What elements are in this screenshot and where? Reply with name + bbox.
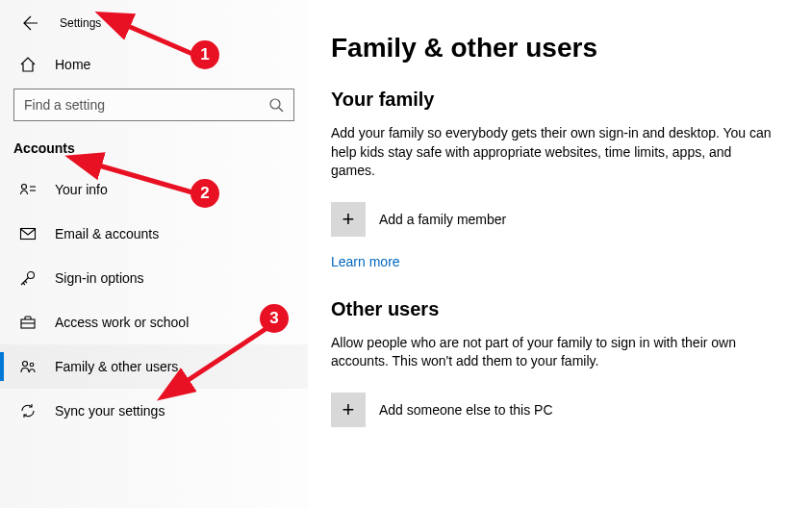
sidebar-item-your-info[interactable]: Your info bbox=[0, 167, 308, 212]
add-other-label: Add someone else to this PC bbox=[379, 402, 553, 418]
add-family-label: Add a family member bbox=[379, 212, 506, 227]
title-bar: Settings bbox=[0, 10, 308, 44]
svg-point-9 bbox=[23, 362, 28, 367]
mail-icon bbox=[19, 225, 37, 242]
back-arrow-icon[interactable] bbox=[23, 15, 38, 31]
people-icon bbox=[19, 358, 37, 375]
sidebar-item-home[interactable]: Home bbox=[0, 44, 308, 85]
sidebar-item-family-other-users[interactable]: Family & other users bbox=[0, 344, 308, 389]
main-content: Family & other users Your family Add you… bbox=[308, 0, 812, 508]
add-other-user-button[interactable]: + Add someone else to this PC bbox=[331, 393, 553, 427]
your-family-heading: Your family bbox=[331, 89, 793, 111]
search-container bbox=[0, 85, 308, 137]
key-icon bbox=[19, 269, 37, 287]
plus-icon: + bbox=[331, 393, 366, 427]
section-title: Accounts bbox=[0, 137, 308, 167]
sidebar-item-sign-in-options[interactable]: Sign-in options bbox=[0, 256, 308, 300]
search-box[interactable] bbox=[13, 89, 294, 121]
sidebar-item-sync-settings[interactable]: Sync your settings bbox=[0, 389, 308, 433]
nav-label: Email & accounts bbox=[55, 226, 159, 241]
nav-label: Sync your settings bbox=[55, 403, 165, 419]
page-title: Family & other users bbox=[331, 33, 793, 64]
search-icon bbox=[268, 97, 284, 113]
sidebar-item-work-school[interactable]: Access work or school bbox=[0, 300, 308, 344]
briefcase-icon bbox=[19, 314, 37, 331]
svg-point-2 bbox=[22, 185, 27, 190]
svg-point-0 bbox=[270, 99, 280, 109]
svg-line-1 bbox=[279, 108, 283, 112]
app-title: Settings bbox=[60, 16, 101, 30]
other-users-heading: Other users bbox=[331, 298, 793, 320]
nav-label: Sign-in options bbox=[55, 270, 144, 286]
svg-point-6 bbox=[28, 272, 35, 279]
your-family-description: Add your family so everybody gets their … bbox=[331, 124, 774, 181]
add-family-member-button[interactable]: + Add a family member bbox=[331, 202, 506, 237]
sidebar: Settings Home Accounts bbox=[0, 0, 308, 508]
sync-icon bbox=[19, 402, 37, 419]
home-icon bbox=[19, 56, 37, 73]
other-users-description: Allow people who are not part of your fa… bbox=[331, 334, 774, 371]
home-label: Home bbox=[55, 57, 90, 72]
plus-icon: + bbox=[331, 202, 366, 237]
svg-point-10 bbox=[30, 363, 34, 367]
learn-more-link[interactable]: Learn more bbox=[331, 254, 400, 269]
sidebar-item-email-accounts[interactable]: Email & accounts bbox=[0, 212, 308, 256]
nav-label: Your info bbox=[55, 182, 108, 197]
nav-label: Family & other users bbox=[55, 359, 178, 374]
search-input[interactable] bbox=[24, 89, 268, 120]
nav-label: Access work or school bbox=[55, 315, 189, 330]
person-card-icon bbox=[19, 181, 37, 198]
